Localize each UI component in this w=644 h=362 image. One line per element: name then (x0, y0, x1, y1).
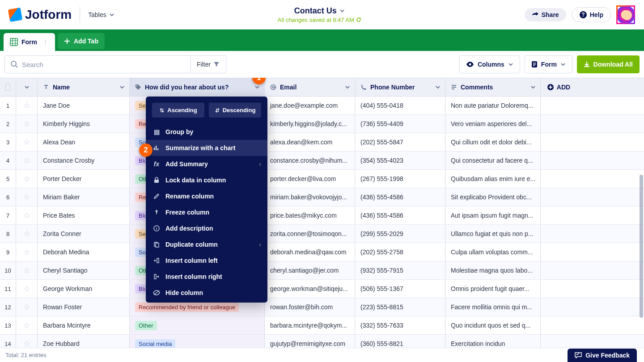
row-star[interactable]: ☆ (16, 243, 38, 261)
cell-name[interactable]: Porter Decker (38, 170, 130, 188)
search-input[interactable] (22, 61, 185, 68)
cell-phone[interactable]: (202) 555-2758 (355, 243, 445, 261)
column-email[interactable]: Email (265, 78, 355, 96)
menu-add-description[interactable]: Add description (146, 220, 267, 236)
row-star[interactable]: ☆ (16, 152, 38, 169)
table-row[interactable]: 13☆Barbara McintyreOtherbarbara.mcintyre… (0, 316, 644, 335)
cell-name[interactable]: Kimberly Higgins (38, 115, 130, 133)
download-button[interactable]: Download All (577, 55, 640, 73)
cell-phone[interactable]: (932) 555-7915 (355, 261, 445, 279)
cell-phone[interactable]: (332) 555-7633 (355, 316, 445, 334)
column-name[interactable]: Name (38, 78, 130, 96)
column-hear[interactable]: How did you hear about us? (130, 78, 265, 96)
cell-comments[interactable]: Ullamco fugiat et quis non p... (445, 225, 541, 243)
cell-phone[interactable]: (360) 555-8821 (355, 335, 445, 348)
menu-lock[interactable]: Lock data in column (146, 172, 267, 188)
table-row[interactable]: 1☆Jane DoeSearch enginejane.doe@example.… (0, 97, 644, 115)
menu-group-by[interactable]: ▤Group by (146, 124, 267, 140)
cell-email[interactable]: rowan.foster@bih.com (265, 298, 355, 316)
cell-email[interactable]: kimberly.higgins@jolady.c... (265, 115, 355, 133)
cell-comments[interactable]: Exercitation incidun (445, 335, 541, 348)
row-star[interactable]: ☆ (16, 261, 38, 279)
scrollbar[interactable] (640, 175, 643, 318)
cell-hear[interactable]: Social media (130, 335, 265, 348)
cell-name[interactable]: Deborah Medina (38, 243, 130, 261)
cell-phone[interactable]: (267) 555-1998 (355, 170, 445, 188)
row-star[interactable]: ☆ (16, 133, 38, 151)
cell-email[interactable]: gujutyp@remimigityxe.com (265, 335, 355, 348)
table-row[interactable]: 3☆Alexa DeanSocial mediaalexa.dean@kem.c… (0, 133, 644, 152)
feedback-button[interactable]: Give Feedback (568, 349, 637, 362)
cell-phone[interactable]: (436) 555-4586 (355, 206, 445, 224)
cell-comments[interactable]: Quo incidunt quos et sed q... (445, 316, 541, 334)
cell-comments[interactable]: Vero veniam asperiores del... (445, 115, 541, 133)
product-switcher[interactable]: Tables (88, 11, 114, 18)
form-button[interactable]: Form (525, 55, 572, 73)
cell-comments[interactable]: Qui consectetur ad facere q... (445, 152, 541, 169)
cell-phone[interactable]: (202) 555-5847 (355, 133, 445, 151)
column-comments[interactable]: Comments (445, 78, 541, 96)
search-box[interactable] (4, 55, 191, 73)
help-button[interactable]: ? Help (572, 7, 611, 22)
sort-descending-button[interactable]: Descending (209, 103, 261, 118)
column-menu-trigger[interactable] (345, 84, 350, 90)
cell-email[interactable]: george.workman@sitiqeju... (265, 280, 355, 298)
add-column-button[interactable]: ADD (541, 78, 576, 96)
row-star[interactable]: ☆ (16, 316, 38, 334)
tab-form[interactable]: Form ⋮ (4, 33, 55, 51)
table-row[interactable]: 2☆Kimberly HigginsRecommended by friend … (0, 115, 644, 133)
row-star[interactable]: ☆ (16, 225, 38, 243)
cell-email[interactable]: alexa.dean@kem.com (265, 133, 355, 151)
cell-comments[interactable]: Quibusdam alias enim iure e... (445, 170, 541, 188)
cell-phone[interactable]: (223) 555-8815 (355, 298, 445, 316)
menu-hide[interactable]: Hide column (146, 285, 267, 301)
cell-name[interactable]: Alexa Dean (38, 133, 130, 151)
row-star[interactable]: ☆ (16, 170, 38, 188)
menu-summarize-chart[interactable]: Summarize with a chart (146, 140, 267, 156)
cell-name[interactable]: Jane Doe (38, 97, 130, 114)
cell-name[interactable]: Zorita Conner (38, 225, 130, 243)
cell-phone[interactable]: (506) 555-1367 (355, 280, 445, 298)
cell-email[interactable]: cheryl.santiago@jer.com (265, 261, 355, 279)
menu-rename[interactable]: Rename column (146, 188, 267, 204)
row-star[interactable]: ☆ (16, 97, 38, 114)
table-row[interactable]: 12☆Rowan FosterRecommended by friend or … (0, 298, 644, 316)
cell-comments[interactable]: Non aute pariatur Doloremq... (445, 97, 541, 114)
column-menu-trigger[interactable] (119, 84, 125, 90)
table-row[interactable]: 7☆Price BatesBlog or publicationprice.ba… (0, 206, 644, 225)
menu-insert-left[interactable]: Insert column left (146, 253, 267, 269)
logo[interactable]: Jotform (9, 8, 72, 22)
header-checkbox[interactable] (0, 78, 16, 96)
cell-email[interactable]: price.bates@mikyc.com (265, 206, 355, 224)
cell-comments[interactable]: Facere mollitia omnis qui m... (445, 298, 541, 316)
cell-comments[interactable]: Qui cillum odit et dolor debi... (445, 133, 541, 151)
cell-phone[interactable]: (436) 555-4586 (355, 188, 445, 206)
row-star[interactable]: ☆ (16, 206, 38, 224)
cell-email[interactable]: porter.decker@liva.com (265, 170, 355, 188)
cell-name[interactable]: Cheryl Santiago (38, 261, 130, 279)
cell-name[interactable]: Constance Crosby (38, 152, 130, 169)
column-menu-trigger[interactable] (254, 84, 260, 90)
column-phone[interactable]: Phone Number (355, 78, 445, 96)
cell-phone[interactable]: (354) 555-4023 (355, 152, 445, 169)
menu-insert-right[interactable]: Insert column right (146, 269, 267, 285)
filter-button[interactable]: Filter (191, 55, 226, 73)
cell-phone[interactable]: (404) 555-0418 (355, 97, 445, 114)
row-star[interactable]: ☆ (16, 188, 38, 206)
cell-phone[interactable]: (736) 555-4409 (355, 115, 445, 133)
menu-freeze[interactable]: Freeze column (146, 204, 267, 220)
cell-name[interactable]: Rowan Foster (38, 298, 130, 316)
cell-comments[interactable]: Molestiae magna quos labo... (445, 261, 541, 279)
menu-duplicate[interactable]: Duplicate column› (146, 236, 267, 253)
cell-email[interactable]: constance.crosby@nihum... (265, 152, 355, 169)
cell-comments[interactable]: Culpa ullam voluptas comm... (445, 243, 541, 261)
table-row[interactable]: 4☆Constance CrosbyBlog or publicationcon… (0, 152, 644, 170)
row-star[interactable]: ☆ (16, 335, 38, 348)
cell-email[interactable]: barbara.mcintyre@qokym... (265, 316, 355, 334)
add-tab-button[interactable]: Add Tab (58, 33, 105, 49)
cell-phone[interactable]: (299) 555-2029 (355, 225, 445, 243)
cell-name[interactable]: Zoe Hubbard (38, 335, 130, 348)
header-caret[interactable] (16, 78, 38, 96)
cell-name[interactable]: Barbara Mcintyre (38, 316, 130, 334)
form-title[interactable]: Contact Us (294, 6, 345, 16)
